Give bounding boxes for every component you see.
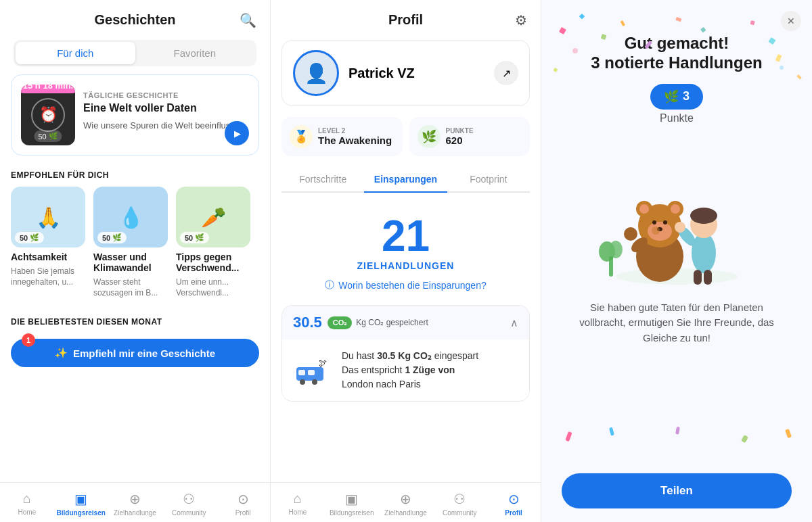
story-timer: 15 h 18 min. bbox=[21, 85, 75, 93]
nav-bildung-1[interactable]: ▣ Bildungsreisen bbox=[54, 488, 108, 519]
co2-unit: Kg CO₂ gespeichert bbox=[356, 318, 428, 327]
co2-badge: CO₂ bbox=[328, 316, 353, 329]
info-icon: ⓘ bbox=[325, 279, 334, 291]
nav-label-bildung-2: Bildungsreisen bbox=[330, 509, 374, 517]
story-tabs: Für dich Favoriten bbox=[14, 40, 256, 66]
gear-icon[interactable]: ⚙ bbox=[515, 12, 527, 28]
svg-rect-42 bbox=[694, 270, 702, 285]
rec-card-0[interactable]: 🙏 50 🌿 Achtsamkeit Haben Sie jemals inne… bbox=[11, 187, 85, 298]
search-icon[interactable]: 🔍 bbox=[240, 12, 256, 28]
svg-point-24 bbox=[609, 241, 623, 258]
svg-point-4 bbox=[312, 379, 317, 385]
nav-ziel-2[interactable]: ⊕ Zielhandlunge bbox=[379, 488, 433, 519]
savings-number: 21 bbox=[281, 214, 530, 258]
savings-content: 21 ZIELHANDLUNGEN ⓘ Worin bestehen die E… bbox=[271, 201, 541, 482]
svg-point-33 bbox=[663, 220, 667, 224]
panel-geschichten: Geschichten 🔍 Für dich Favoriten 15 h 18… bbox=[0, 0, 271, 522]
nav-label-ziel-1: Zielhandlunge bbox=[114, 509, 156, 517]
rec-card-1[interactable]: 💧 50 🌿 Wasser und Klimawandel Wasser ste… bbox=[93, 187, 168, 298]
story-thumbnail: 15 h 18 min. ⏰ 50 🌿 bbox=[21, 85, 75, 145]
tab-fuer-dich[interactable]: Für dich bbox=[16, 42, 135, 64]
savings-info-link[interactable]: ⓘ Worin bestehen die Einsparungen? bbox=[281, 279, 530, 291]
points-label: PUNKTE bbox=[446, 127, 474, 135]
co2-detail: 🕊 Du hast 30.5 Kg CO₂ eingespart Das ent… bbox=[282, 339, 529, 401]
geschichten-header: Geschichten 🔍 bbox=[0, 0, 270, 40]
svg-point-32 bbox=[652, 220, 656, 224]
nav-label-community-2: Community bbox=[443, 509, 477, 517]
co2-header: 30.5 CO₂ Kg CO₂ gespeichert ∧ bbox=[282, 306, 529, 339]
story-desc: Wie unsere Spuren die Welt beeinflussen bbox=[83, 120, 249, 132]
co2-detail-text: Du hast 30.5 Kg CO₂ eingespart Das entsp… bbox=[342, 349, 478, 392]
train-icon: 🕊 bbox=[293, 350, 334, 391]
leaf-stat-icon: 🌿 bbox=[418, 125, 441, 148]
trains-bold: 1 Züge von bbox=[405, 364, 455, 375]
panel-achievement: ✕ Gut gemacht! 3 notierte Handlungen 🌿 3… bbox=[541, 0, 812, 522]
svg-point-44 bbox=[652, 227, 660, 235]
chevron-up-icon[interactable]: ∧ bbox=[510, 316, 518, 329]
nav-ziel-1[interactable]: ⊕ Zielhandlunge bbox=[108, 488, 162, 519]
leaf-badge-icon: 🌿 bbox=[664, 89, 679, 104]
leaf-icon: 🌿 bbox=[49, 132, 58, 141]
popular-header: DIE BELIEBTESTEN DIESEN MONAT bbox=[11, 313, 259, 333]
achievement-description: Sie haben gute Taten für den Planeten vo… bbox=[562, 300, 792, 346]
plus-icon-2: ⊕ bbox=[400, 491, 411, 507]
nav-home-1[interactable]: ⌂ Home bbox=[0, 488, 54, 519]
tab-einsparungen[interactable]: Einsparungen bbox=[364, 167, 447, 191]
achievement-content: Gut gemacht! 3 notierte Handlungen 🌿 3 P… bbox=[541, 0, 812, 522]
share-icon: ↗ bbox=[502, 67, 511, 80]
nav-community-2[interactable]: ⚇ Community bbox=[432, 488, 487, 519]
share-big-button[interactable]: Teilen bbox=[562, 473, 792, 508]
play-button[interactable] bbox=[225, 121, 249, 145]
story-thumb-icon: ⏰ bbox=[31, 98, 65, 132]
nav-profil-2[interactable]: ⊙ Profil bbox=[487, 488, 541, 519]
profile-tabs: Fortschritte Einsparungen Footprint bbox=[281, 167, 530, 193]
nav-label-home-1: Home bbox=[18, 508, 37, 516]
points-value: 620 bbox=[446, 135, 474, 146]
rec-desc-2: Um eine unn... Verschwendl... bbox=[176, 277, 250, 298]
co2-value: 30.5 bbox=[293, 314, 322, 331]
story-content: TÄGLICHE GESCHICHTE Eine Welt voller Dat… bbox=[83, 85, 249, 132]
geschichten-title: Geschichten bbox=[94, 12, 175, 28]
profile-name: Patrick VZ bbox=[348, 66, 484, 81]
recommend-button[interactable]: 1 ✨ Empfiehl mir eine Geschichte bbox=[11, 339, 259, 367]
recommend-btn-badge: 1 bbox=[22, 333, 35, 347]
close-button[interactable]: ✕ bbox=[781, 11, 801, 31]
nav-label-ziel-2: Zielhandlunge bbox=[384, 509, 427, 517]
story-points-badge: 50 🌿 bbox=[34, 130, 62, 142]
story-title: Eine Welt voller Daten bbox=[83, 102, 249, 114]
svg-text:🕊: 🕊 bbox=[319, 358, 327, 368]
recommended-header: EMPFOHLEN FÜR DICH bbox=[0, 166, 270, 187]
savings-label: ZIELHANDLUNGEN bbox=[281, 260, 530, 271]
daily-story-card: 15 h 18 min. ⏰ 50 🌿 TÄGLICHE GESCHICHTE … bbox=[11, 74, 259, 156]
rec-card-2[interactable]: 🥕 50 🌿 Tipps gegen Verschwend... Um eine… bbox=[176, 187, 250, 298]
nav-community-1[interactable]: ⚇ Community bbox=[162, 488, 216, 519]
rec-badge-0: 50 🌿 bbox=[15, 232, 44, 243]
bear-illustration bbox=[589, 151, 765, 287]
profil-icon-2: ⊙ bbox=[508, 491, 520, 507]
tab-favoriten[interactable]: Favoriten bbox=[135, 42, 255, 64]
community-icon-2: ⚇ bbox=[453, 491, 466, 507]
tab-footprint[interactable]: Footprint bbox=[447, 167, 530, 191]
nav-bildung-2[interactable]: ▣ Bildungsreisen bbox=[325, 488, 379, 519]
nav-profil-1[interactable]: ⊙ Profil bbox=[216, 488, 270, 519]
svg-rect-2 bbox=[308, 370, 315, 375]
points-badge: 🌿 3 bbox=[650, 84, 703, 110]
book-icon-2: ▣ bbox=[345, 491, 358, 507]
rec-badge-2: 50 🌿 bbox=[180, 232, 209, 243]
level-value: The Awakening bbox=[318, 135, 392, 146]
svg-rect-1 bbox=[298, 370, 305, 375]
profile-card: 👤 Patrick VZ ↗ bbox=[281, 40, 530, 106]
svg-point-41 bbox=[675, 222, 685, 233]
profil-title: Profil bbox=[388, 12, 423, 28]
recommended-row: 🙏 50 🌿 Achtsamkeit Haben Sie jemals inne… bbox=[0, 187, 270, 309]
popular-section: DIE BELIEBTESTEN DIESEN MONAT 1 ✨ Empfie… bbox=[0, 309, 270, 374]
co2-bold-value: 30.5 Kg CO₂ bbox=[377, 350, 432, 361]
share-button[interactable]: ↗ bbox=[494, 61, 518, 85]
nav-home-2[interactable]: ⌂ Home bbox=[271, 488, 325, 519]
story-label: TÄGLICHE GESCHICHTE bbox=[83, 91, 249, 99]
magic-icon: ✨ bbox=[55, 347, 68, 359]
community-icon-1: ⚇ bbox=[183, 491, 195, 507]
tab-fortschritte[interactable]: Fortschritte bbox=[281, 167, 364, 191]
rec-thumb-2: 🥕 50 🌿 bbox=[176, 187, 250, 247]
svg-point-36 bbox=[624, 227, 637, 241]
